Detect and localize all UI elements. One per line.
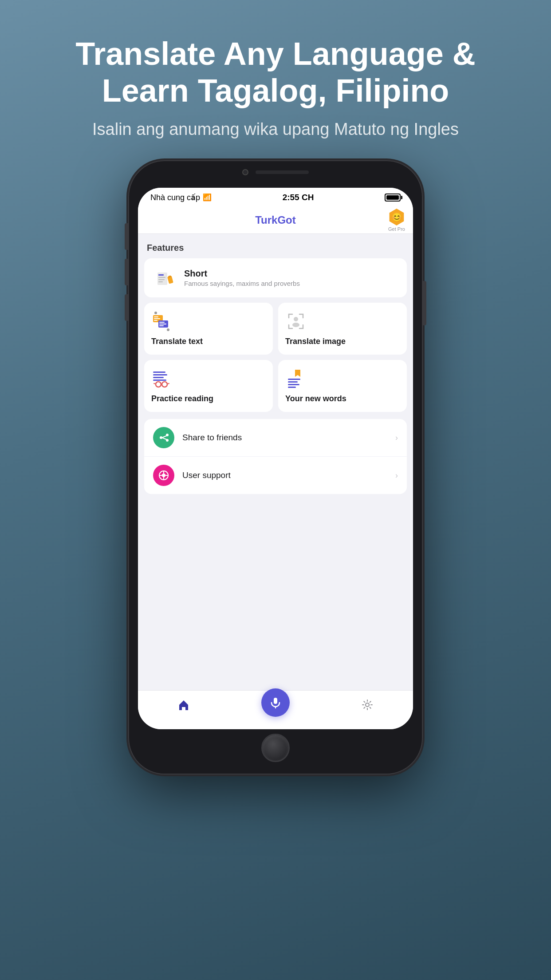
svg-point-34 [166, 439, 169, 442]
svg-rect-29 [288, 381, 298, 383]
user-support-icon-circle [153, 465, 174, 486]
short-title: Short [184, 269, 300, 279]
svg-rect-10 [154, 320, 157, 321]
battery-icon [385, 194, 401, 202]
svg-rect-13 [159, 324, 166, 324]
mic-button[interactable] [261, 688, 290, 717]
phone-shell: Nhà cung cấp 📶 2:55 CH TurkGot 😊 Get Pro… [129, 161, 422, 774]
svg-rect-9 [154, 318, 160, 319]
your-new-words-icon [285, 368, 307, 389]
svg-rect-21 [153, 377, 164, 378]
share-to-friends-item[interactable]: Share to friends › [144, 419, 407, 457]
feature-card-translate-image[interactable]: Translate image [278, 303, 407, 355]
svg-rect-31 [288, 387, 296, 388]
share-to-friends-label: Share to friends [182, 433, 387, 443]
get-pro-hex-icon: 😊 [388, 209, 405, 225]
short-text-area: Short Famous sayings, maxims and proverb… [184, 269, 300, 287]
svg-rect-1 [158, 274, 164, 276]
svg-rect-30 [288, 384, 299, 385]
app-title: TurkGot [255, 214, 296, 226]
svg-point-33 [166, 434, 169, 436]
status-time: 2:55 CH [283, 193, 314, 202]
svg-rect-3 [158, 279, 165, 280]
user-support-item[interactable]: User support › [144, 457, 407, 494]
svg-rect-41 [274, 698, 277, 704]
svg-point-17 [294, 317, 298, 321]
svg-rect-12 [159, 322, 165, 323]
practice-reading-icon [151, 368, 173, 389]
svg-point-36 [162, 474, 165, 477]
get-pro-button[interactable]: 😊 Get Pro [388, 209, 405, 232]
short-subtitle: Famous sayings, maxims and proverbs [184, 280, 300, 287]
svg-rect-14 [159, 325, 164, 326]
status-bar: Nhà cung cấp 📶 2:55 CH [138, 188, 413, 207]
translate-text-label: Translate text [151, 336, 266, 347]
practice-reading-label: Practice reading [151, 394, 266, 404]
svg-point-15 [154, 312, 157, 314]
bottom-spacer [138, 499, 413, 517]
headline-area: Translate Any Language & Learn Tagalog, … [0, 36, 551, 139]
tab-mic[interactable] [230, 692, 322, 720]
status-carrier: Nhà cung cấp 📶 [150, 193, 212, 202]
tab-bar [138, 690, 413, 729]
headline-subtitle: Isalin ang anumang wika upang Matuto ng … [35, 120, 516, 139]
feature-card-practice-reading[interactable]: Practice reading [144, 360, 273, 412]
action-list: Share to friends › [144, 419, 407, 494]
share-icon-circle [153, 427, 174, 448]
svg-point-23 [156, 382, 161, 387]
feature-card-your-new-words[interactable]: Your new words [278, 360, 407, 412]
get-pro-label: Get Pro [388, 226, 405, 232]
short-card[interactable]: Short Famous sayings, maxims and proverb… [144, 258, 407, 297]
headline-title: Translate Any Language & Learn Tagalog, … [35, 36, 516, 109]
home-button[interactable] [261, 734, 290, 762]
your-new-words-label: Your new words [285, 394, 400, 404]
tab-settings[interactable] [321, 699, 413, 714]
svg-point-43 [366, 703, 369, 707]
share-chevron-icon: › [395, 433, 398, 443]
translate-image-label: Translate image [285, 336, 400, 347]
camera-dot [242, 169, 248, 175]
carrier-label: Nhà cung cấp [150, 193, 200, 202]
svg-line-27 [167, 383, 169, 384]
svg-rect-2 [158, 277, 165, 278]
camera-area [242, 169, 309, 175]
tab-home[interactable] [138, 699, 230, 714]
battery-fill [386, 195, 399, 200]
feature-grid: Translate text [144, 303, 407, 412]
app-header: TurkGot 😊 Get Pro [138, 207, 413, 234]
feature-card-translate-text[interactable]: Translate text [144, 303, 273, 355]
user-support-chevron-icon: › [395, 471, 398, 480]
features-section-label: Features [138, 234, 413, 258]
svg-rect-28 [288, 379, 300, 380]
svg-rect-8 [154, 316, 158, 317]
svg-point-18 [292, 323, 299, 327]
short-icon [153, 266, 176, 289]
get-pro-emoji: 😊 [391, 212, 402, 222]
scroll-content[interactable]: Features Short [138, 234, 413, 690]
svg-point-24 [162, 382, 167, 387]
svg-line-26 [154, 383, 156, 384]
settings-icon [361, 699, 374, 714]
svg-rect-19 [153, 371, 165, 373]
svg-point-16 [167, 328, 169, 331]
phone-screen: Nhà cung cấp 📶 2:55 CH TurkGot 😊 Get Pro… [138, 188, 413, 729]
svg-rect-4 [158, 281, 163, 282]
translate-image-icon [285, 311, 307, 332]
home-icon [177, 699, 190, 714]
svg-rect-22 [153, 379, 166, 381]
speaker-grille [256, 170, 309, 174]
svg-rect-20 [153, 374, 167, 375]
user-support-label: User support [182, 470, 387, 480]
wifi-icon: 📶 [203, 193, 212, 202]
svg-point-32 [160, 436, 162, 439]
translate-text-icon [151, 311, 173, 332]
